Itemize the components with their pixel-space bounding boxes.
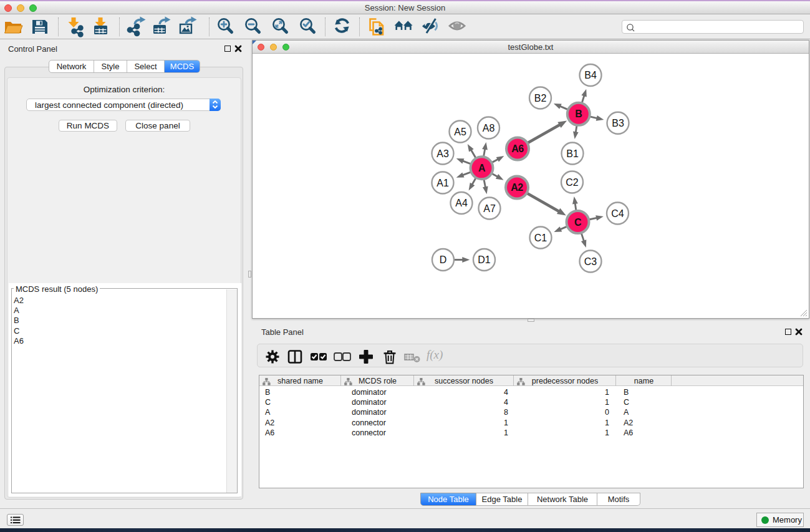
- svg-text:C: C: [574, 217, 582, 228]
- svg-text:B1: B1: [566, 148, 579, 159]
- svg-text:C4: C4: [611, 208, 624, 219]
- svg-text:A2: A2: [511, 182, 523, 193]
- svg-text:A6: A6: [511, 143, 524, 154]
- svg-text:A4: A4: [455, 198, 468, 208]
- svg-text:A: A: [478, 163, 486, 173]
- svg-text:B4: B4: [584, 70, 597, 80]
- svg-text:C3: C3: [584, 256, 597, 267]
- svg-text:A8: A8: [483, 123, 495, 133]
- svg-text:A5: A5: [454, 127, 466, 137]
- svg-text:C1: C1: [534, 233, 547, 243]
- svg-text:C2: C2: [566, 177, 579, 188]
- svg-text:A3: A3: [436, 148, 449, 159]
- svg-text:B2: B2: [534, 93, 547, 104]
- svg-text:B3: B3: [612, 118, 624, 128]
- svg-text:D: D: [440, 254, 447, 265]
- svg-text:D1: D1: [478, 254, 491, 265]
- svg-text:A1: A1: [436, 178, 449, 188]
- svg-text:A7: A7: [483, 203, 496, 214]
- svg-text:B: B: [575, 109, 582, 119]
